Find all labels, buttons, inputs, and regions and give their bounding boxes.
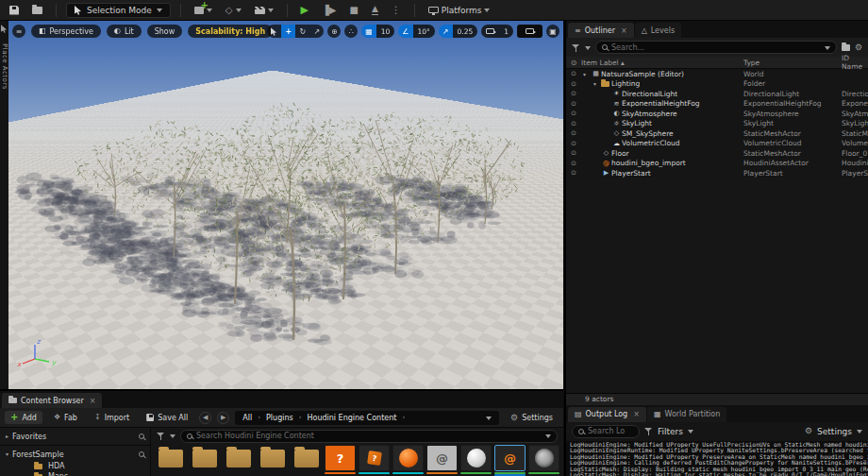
outliner-search-input[interactable]: Search... <box>595 41 837 54</box>
outliner-row[interactable]: ⊙☼SkyLightSkyLightSkyLight_0 <box>566 119 868 129</box>
outliner-row[interactable]: ⊙@houdini_bgeo_importHoudiniAssetActorHo… <box>566 159 868 169</box>
expander-caret-icon[interactable]: ▾ <box>583 71 591 77</box>
filter-funnel-icon[interactable] <box>157 432 165 440</box>
outliner-row[interactable]: ⊙☁VolumetricCloudVolumetricCloudVolumetr… <box>566 139 868 149</box>
breadcrumb-item[interactable]: All <box>242 414 252 422</box>
grid-snap-control[interactable]: ▦ 10 <box>361 25 394 38</box>
select-tool[interactable] <box>267 25 281 38</box>
asset-tile[interactable]: @houdin... <box>494 445 526 476</box>
expander-caret-icon[interactable]: ▸ <box>6 434 8 439</box>
visibility-eye-icon[interactable]: ⊙ <box>566 149 581 157</box>
visibility-eye-icon[interactable]: ⊙ <box>566 90 581 97</box>
fab-button[interactable]: ❖Fab <box>48 412 83 424</box>
asset-tile[interactable]: houdin... <box>460 445 492 476</box>
folder-tree-item[interactable]: Maps <box>0 471 150 476</box>
save-all-button[interactable]: Save All <box>141 412 193 424</box>
scale-tool[interactable]: ↗ <box>309 25 324 38</box>
camera-speed-value[interactable]: 1 <box>499 25 513 38</box>
tab-outliner[interactable]: ≡ Outliner × <box>568 23 634 38</box>
project-root-item[interactable]: ▾ ForestSample <box>0 448 150 461</box>
assets-search-input[interactable]: Search Houdini Engine Content <box>180 430 558 443</box>
scale-snap-value[interactable]: 0.25 <box>453 25 478 38</box>
outliner-row[interactable]: ⊙◐SkyAtmosphereSkyAtmosphereSkyAtmospher… <box>566 109 868 119</box>
forward-button[interactable]: ▶ <box>217 412 229 424</box>
frame-skip-button[interactable]: ▐▶ <box>318 4 340 17</box>
outliner-row[interactable]: ⊙☀DirectionalLightDirectionalLightDirect… <box>566 89 868 99</box>
breadcrumb[interactable]: All›Plugins›Houdini Engine Content› <box>235 411 499 425</box>
output-log-text[interactable]: LogHoudiniEngine: Modified UProperty Use… <box>566 441 868 476</box>
perspective-dropdown[interactable]: ◧Perspective <box>31 25 101 38</box>
gear-icon[interactable]: ⚙ <box>855 43 862 52</box>
tab-content-browser[interactable]: Content Browser × <box>2 393 102 408</box>
expander-caret-icon[interactable]: ▾ <box>593 80 601 87</box>
visibility-eye-icon[interactable]: ⊙ <box>566 100 581 108</box>
platforms-dropdown[interactable]: Platforms <box>425 3 494 17</box>
back-button[interactable]: ◀ <box>199 412 211 424</box>
scale-snap-control[interactable]: ↗ 0.25 <box>439 25 477 38</box>
asset-tile[interactable]: Textures <box>257 445 288 476</box>
column-type[interactable]: Type <box>743 59 760 67</box>
close-icon[interactable]: × <box>621 26 627 35</box>
filter-funnel-icon[interactable] <box>572 43 580 52</box>
lit-dropdown[interactable]: ◐Lit <box>107 25 142 38</box>
asset-tile[interactable]: Python <box>223 445 254 476</box>
asset-tile[interactable]: @houdin... <box>426 445 458 476</box>
rotation-snap-control[interactable]: ∠ 10° <box>398 25 434 38</box>
visibility-eye-icon[interactable]: ⊙ <box>566 169 581 177</box>
filters-dropdown[interactable]: Filters <box>658 427 683 436</box>
tab-world-partition[interactable]: ▦ World Partition <box>647 407 726 422</box>
import-button[interactable]: ↧Import <box>89 412 135 424</box>
outliner-row[interactable]: ⊙▶PlayerStartPlayerStartPlayerStart_0 <box>566 168 868 178</box>
camera-view-button[interactable] <box>517 25 542 38</box>
surface-snapping-button[interactable]: ∴ <box>344 25 358 38</box>
favorites-section[interactable]: ▸ Favorites <box>0 430 150 443</box>
camera-speed-control[interactable]: 1 <box>481 25 513 38</box>
search-icon[interactable] <box>139 434 144 439</box>
stop-button[interactable]: ■ <box>345 4 361 17</box>
outliner-row[interactable]: ⊙◇SM_SkySphereStaticMeshActorStaticMeshA… <box>566 128 868 139</box>
visibility-eye-icon[interactable]: ⊙ <box>566 110 581 117</box>
asset-tile[interactable]: Examples <box>155 445 186 476</box>
tab-levels[interactable]: △ Levels <box>635 23 681 38</box>
outliner-row[interactable]: ⊙◇FloorStaticMeshActorFloor_0 <box>566 148 868 159</box>
asset-tile[interactable]: ?big_... <box>325 445 356 476</box>
viewport-menu-button[interactable]: ≡ <box>12 25 25 38</box>
move-tool[interactable]: + <box>281 25 295 38</box>
breadcrumb-item[interactable]: Plugins <box>266 414 293 422</box>
show-dropdown[interactable]: Show <box>147 25 183 38</box>
blueprints-dropdown[interactable]: ◇ <box>222 3 245 17</box>
visibility-eye-icon[interactable]: ⊙ <box>566 160 581 167</box>
breadcrumb-item[interactable]: Houdini Engine Content <box>308 414 397 422</box>
visibility-eye-icon[interactable]: ⊙ <box>566 129 581 137</box>
play-button[interactable]: ▶ <box>297 3 312 17</box>
outliner-row[interactable]: ⊙▾LightingFolder <box>566 79 868 90</box>
browse-content-button[interactable] <box>28 5 46 16</box>
place-actors-icon[interactable] <box>1 25 8 35</box>
outliner-row[interactable]: ⊙▾▦NatsuraSample (Editor)World <box>566 69 868 79</box>
asset-tile[interactable]: houdini... <box>528 445 559 476</box>
selection-mode-dropdown[interactable]: Selection Mode <box>66 3 171 18</box>
log-search-input[interactable]: Search Lo <box>572 425 640 438</box>
close-icon[interactable]: × <box>90 397 96 405</box>
visibility-eye-icon[interactable]: ⊙ <box>566 80 581 88</box>
add-actor-dropdown[interactable] <box>191 3 216 17</box>
play-options-button[interactable]: ⋮ <box>388 4 405 17</box>
place-actors-tab[interactable]: Place Actors <box>0 43 8 90</box>
scalability-button[interactable]: Scalability: High <box>188 25 273 38</box>
close-icon[interactable]: × <box>633 410 640 418</box>
visibility-column-icon[interactable]: ⊙ <box>566 59 581 67</box>
tab-output-log[interactable]: ▤ Output Log × <box>568 407 646 422</box>
asset-tile[interactable]: Tools <box>291 445 322 476</box>
asset-tile[interactable]: NodeSync <box>189 445 220 476</box>
rotation-snap-value[interactable]: 10° <box>413 25 435 38</box>
search-icon[interactable] <box>139 451 144 457</box>
level-viewport[interactable] <box>8 21 563 389</box>
asset-tile[interactable]: ?default_... <box>359 445 390 476</box>
visibility-eye-icon[interactable]: ⊙ <box>566 120 581 128</box>
maximize-viewport-button[interactable]: ▣ <box>546 25 559 38</box>
asset-tile[interactable]: default_... <box>392 445 424 476</box>
visibility-eye-icon[interactable]: ⊙ <box>566 140 581 147</box>
cb-settings-button[interactable]: ⚙Settings <box>505 412 559 424</box>
expander-caret-icon[interactable]: ▾ <box>6 451 8 457</box>
create-folder-icon[interactable] <box>842 44 850 51</box>
